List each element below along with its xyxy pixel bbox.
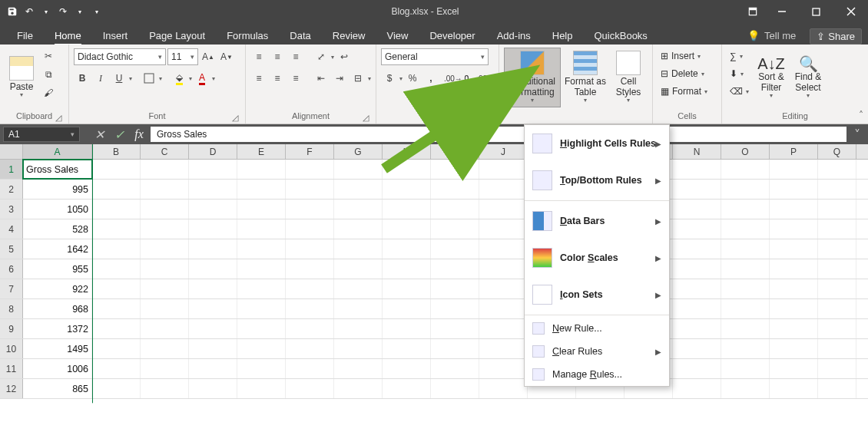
cell[interactable] (721, 319, 770, 338)
cell[interactable] (770, 239, 818, 259)
cell[interactable] (334, 299, 383, 318)
cell[interactable] (383, 299, 431, 318)
cell[interactable] (479, 339, 528, 358)
cell[interactable] (431, 160, 479, 179)
sort-filter-button[interactable]: A↓Z Sort & Filter ▾ (754, 48, 789, 107)
cell[interactable]: 995 (23, 180, 92, 199)
tab-view[interactable]: View (376, 27, 419, 45)
expand-formula-bar-icon[interactable]: ˅ (850, 127, 865, 142)
column-header-D[interactable]: D (189, 144, 237, 159)
column-header-C[interactable]: C (141, 144, 189, 159)
cell[interactable] (286, 180, 334, 199)
cell[interactable] (189, 160, 237, 179)
shrink-font-button[interactable]: A▼ (218, 48, 235, 65)
cell[interactable] (383, 259, 431, 279)
copy-button[interactable]: ⧉ (40, 66, 57, 83)
cell[interactable] (286, 239, 334, 259)
tab-review[interactable]: Review (322, 27, 376, 45)
column-header-H[interactable]: H (383, 144, 431, 159)
cell[interactable] (721, 160, 770, 179)
row-header[interactable]: 8 (0, 299, 23, 318)
fx-icon[interactable]: fx (131, 127, 147, 141)
column-header-P[interactable]: P (770, 144, 818, 159)
cell[interactable] (141, 359, 189, 378)
align-center-button[interactable]: ≡ (269, 70, 286, 87)
cell[interactable] (383, 359, 431, 378)
font-dialog-icon[interactable]: ◿ (230, 111, 240, 122)
format-as-table-button[interactable]: Format as Table ▾ (562, 48, 608, 107)
cell[interactable] (383, 279, 431, 298)
cell[interactable] (334, 339, 383, 358)
redo-dropdown-icon[interactable]: ▾ (74, 5, 86, 18)
menu-top-bottom-rules[interactable]: Top/Bottom Rules▶ (525, 162, 669, 199)
cell[interactable] (431, 219, 479, 239)
cell[interactable] (334, 200, 383, 219)
cell[interactable] (673, 239, 721, 259)
tab-data[interactable]: Data (279, 27, 321, 45)
close-button[interactable] (833, 0, 868, 23)
cell[interactable] (237, 299, 286, 318)
cancel-icon[interactable]: ✕ (91, 127, 108, 142)
tab-insert[interactable]: Insert (92, 27, 139, 45)
cell[interactable]: 1006 (23, 359, 92, 378)
cell[interactable] (237, 160, 286, 179)
orientation-button[interactable]: ⤢ (313, 48, 330, 65)
align-right-button[interactable]: ≡ (287, 70, 304, 87)
tab-home[interactable]: Home (44, 27, 92, 45)
cell[interactable] (383, 339, 431, 358)
cell[interactable] (334, 219, 383, 239)
cell[interactable] (431, 339, 479, 358)
tab-page-layout[interactable]: Page Layout (138, 27, 216, 45)
autosum-button[interactable]: ∑ ▾ (727, 48, 752, 64)
cell[interactable] (721, 239, 770, 259)
redo-icon[interactable]: ↷ (57, 5, 69, 18)
cell[interactable] (770, 339, 818, 358)
cell[interactable]: 968 (23, 299, 92, 318)
cell[interactable] (818, 339, 856, 358)
cell[interactable] (92, 180, 141, 199)
cell[interactable] (770, 200, 818, 219)
cell[interactable] (334, 319, 383, 338)
cell[interactable] (92, 319, 141, 338)
number-format-combo[interactable]: General▾ (381, 48, 489, 65)
cell-styles-button[interactable]: Cell Styles ▾ (610, 48, 647, 107)
cell[interactable] (770, 299, 818, 318)
cell[interactable] (479, 259, 528, 279)
insert-cells-button[interactable]: ⊞Insert ▾ (658, 48, 711, 64)
select-all-corner[interactable] (0, 144, 23, 159)
name-box[interactable]: A1▾ (3, 127, 80, 142)
row-header[interactable]: 3 (0, 200, 23, 219)
cell[interactable] (673, 200, 721, 219)
cell[interactable] (286, 259, 334, 279)
cell[interactable] (383, 180, 431, 199)
conditional-formatting-button[interactable]: Conditional Formatting ▾ (504, 48, 561, 107)
cell[interactable] (721, 259, 770, 279)
cell[interactable] (383, 319, 431, 338)
tab-developer[interactable]: Developer (419, 27, 485, 45)
menu-clear-rules[interactable]: Clear Rules▶ (525, 340, 669, 363)
share-button[interactable]: ⇪ Share (810, 28, 862, 45)
cell[interactable] (818, 259, 856, 279)
cell[interactable] (673, 180, 721, 199)
cell[interactable] (383, 219, 431, 239)
underline-button[interactable]: U (111, 70, 128, 87)
cell[interactable] (334, 259, 383, 279)
cell[interactable] (721, 339, 770, 358)
decrease-indent-button[interactable]: ⇤ (313, 70, 330, 87)
cell[interactable] (141, 279, 189, 298)
column-header-N[interactable]: N (673, 144, 721, 159)
cell[interactable] (141, 180, 189, 199)
cell[interactable]: 1495 (23, 339, 92, 358)
column-header-A[interactable]: A (23, 144, 92, 159)
cell[interactable] (431, 259, 479, 279)
tell-me[interactable]: 💡Tell me (740, 27, 803, 45)
row-header[interactable]: 1 (0, 160, 23, 179)
cell[interactable] (479, 279, 528, 298)
cell[interactable] (818, 219, 856, 239)
undo-icon[interactable]: ↶ (23, 5, 35, 18)
comma-button[interactable]: , (422, 70, 439, 87)
cell[interactable] (770, 160, 818, 179)
cell[interactable] (92, 299, 141, 318)
merge-button[interactable]: ⊟ (350, 70, 366, 87)
cell[interactable] (141, 160, 189, 179)
